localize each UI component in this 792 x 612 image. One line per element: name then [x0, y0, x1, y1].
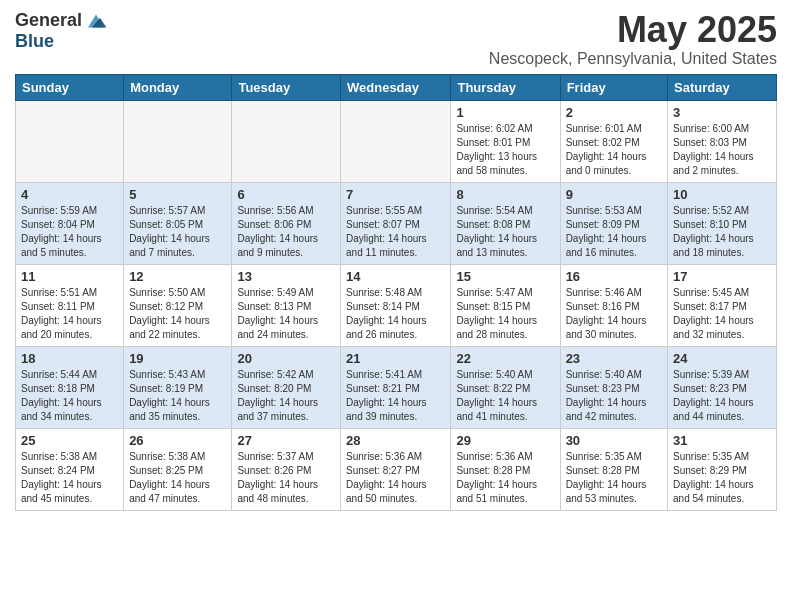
day-info: Sunrise: 5:39 AM Sunset: 8:23 PM Dayligh… — [673, 368, 771, 424]
day-number: 4 — [21, 187, 118, 202]
day-info: Sunrise: 5:35 AM Sunset: 8:28 PM Dayligh… — [566, 450, 662, 506]
day-number: 5 — [129, 187, 226, 202]
day-cell: 9Sunrise: 5:53 AM Sunset: 8:09 PM Daylig… — [560, 182, 667, 264]
day-info: Sunrise: 5:45 AM Sunset: 8:17 PM Dayligh… — [673, 286, 771, 342]
day-cell: 18Sunrise: 5:44 AM Sunset: 8:18 PM Dayli… — [16, 346, 124, 428]
day-number: 30 — [566, 433, 662, 448]
header-tuesday: Tuesday — [232, 74, 341, 100]
day-cell: 15Sunrise: 5:47 AM Sunset: 8:15 PM Dayli… — [451, 264, 560, 346]
logo-icon — [84, 11, 108, 31]
day-cell: 27Sunrise: 5:37 AM Sunset: 8:26 PM Dayli… — [232, 428, 341, 510]
day-cell: 13Sunrise: 5:49 AM Sunset: 8:13 PM Dayli… — [232, 264, 341, 346]
day-info: Sunrise: 5:55 AM Sunset: 8:07 PM Dayligh… — [346, 204, 445, 260]
day-number: 8 — [456, 187, 554, 202]
day-number: 15 — [456, 269, 554, 284]
day-cell: 24Sunrise: 5:39 AM Sunset: 8:23 PM Dayli… — [668, 346, 777, 428]
day-info: Sunrise: 5:40 AM Sunset: 8:23 PM Dayligh… — [566, 368, 662, 424]
day-info: Sunrise: 6:01 AM Sunset: 8:02 PM Dayligh… — [566, 122, 662, 178]
day-cell: 23Sunrise: 5:40 AM Sunset: 8:23 PM Dayli… — [560, 346, 667, 428]
day-info: Sunrise: 5:43 AM Sunset: 8:19 PM Dayligh… — [129, 368, 226, 424]
day-number: 11 — [21, 269, 118, 284]
day-info: Sunrise: 5:56 AM Sunset: 8:06 PM Dayligh… — [237, 204, 335, 260]
day-cell: 3Sunrise: 6:00 AM Sunset: 8:03 PM Daylig… — [668, 100, 777, 182]
day-cell — [341, 100, 451, 182]
day-number: 27 — [237, 433, 335, 448]
day-cell — [232, 100, 341, 182]
location-text: Nescopeck, Pennsylvania, United States — [489, 50, 777, 68]
day-number: 29 — [456, 433, 554, 448]
day-info: Sunrise: 5:50 AM Sunset: 8:12 PM Dayligh… — [129, 286, 226, 342]
day-cell: 7Sunrise: 5:55 AM Sunset: 8:07 PM Daylig… — [341, 182, 451, 264]
day-info: Sunrise: 5:38 AM Sunset: 8:25 PM Dayligh… — [129, 450, 226, 506]
day-cell: 16Sunrise: 5:46 AM Sunset: 8:16 PM Dayli… — [560, 264, 667, 346]
week-row-5: 25Sunrise: 5:38 AM Sunset: 8:24 PM Dayli… — [16, 428, 777, 510]
day-info: Sunrise: 5:54 AM Sunset: 8:08 PM Dayligh… — [456, 204, 554, 260]
week-row-3: 11Sunrise: 5:51 AM Sunset: 8:11 PM Dayli… — [16, 264, 777, 346]
day-number: 6 — [237, 187, 335, 202]
calendar-table: Sunday Monday Tuesday Wednesday Thursday… — [15, 74, 777, 511]
week-row-1: 1Sunrise: 6:02 AM Sunset: 8:01 PM Daylig… — [16, 100, 777, 182]
day-number: 31 — [673, 433, 771, 448]
day-number: 14 — [346, 269, 445, 284]
header-row: Sunday Monday Tuesday Wednesday Thursday… — [16, 74, 777, 100]
day-number: 7 — [346, 187, 445, 202]
day-cell: 2Sunrise: 6:01 AM Sunset: 8:02 PM Daylig… — [560, 100, 667, 182]
day-number: 3 — [673, 105, 771, 120]
day-cell: 12Sunrise: 5:50 AM Sunset: 8:12 PM Dayli… — [124, 264, 232, 346]
day-cell: 20Sunrise: 5:42 AM Sunset: 8:20 PM Dayli… — [232, 346, 341, 428]
title-section: May 2025 Nescopeck, Pennsylvania, United… — [489, 10, 777, 68]
day-number: 12 — [129, 269, 226, 284]
header-wednesday: Wednesday — [341, 74, 451, 100]
day-cell — [16, 100, 124, 182]
header-saturday: Saturday — [668, 74, 777, 100]
day-cell: 17Sunrise: 5:45 AM Sunset: 8:17 PM Dayli… — [668, 264, 777, 346]
day-info: Sunrise: 6:02 AM Sunset: 8:01 PM Dayligh… — [456, 122, 554, 178]
day-cell: 31Sunrise: 5:35 AM Sunset: 8:29 PM Dayli… — [668, 428, 777, 510]
day-cell: 29Sunrise: 5:36 AM Sunset: 8:28 PM Dayli… — [451, 428, 560, 510]
header-sunday: Sunday — [16, 74, 124, 100]
page-container: General Blue May 2025 Nescopeck, Pennsyl… — [0, 0, 792, 521]
day-info: Sunrise: 5:52 AM Sunset: 8:10 PM Dayligh… — [673, 204, 771, 260]
day-number: 2 — [566, 105, 662, 120]
day-number: 26 — [129, 433, 226, 448]
day-cell: 21Sunrise: 5:41 AM Sunset: 8:21 PM Dayli… — [341, 346, 451, 428]
day-cell — [124, 100, 232, 182]
day-cell: 4Sunrise: 5:59 AM Sunset: 8:04 PM Daylig… — [16, 182, 124, 264]
day-cell: 28Sunrise: 5:36 AM Sunset: 8:27 PM Dayli… — [341, 428, 451, 510]
day-cell: 19Sunrise: 5:43 AM Sunset: 8:19 PM Dayli… — [124, 346, 232, 428]
day-cell: 8Sunrise: 5:54 AM Sunset: 8:08 PM Daylig… — [451, 182, 560, 264]
header-monday: Monday — [124, 74, 232, 100]
day-info: Sunrise: 5:53 AM Sunset: 8:09 PM Dayligh… — [566, 204, 662, 260]
day-info: Sunrise: 5:57 AM Sunset: 8:05 PM Dayligh… — [129, 204, 226, 260]
day-number: 20 — [237, 351, 335, 366]
month-title: May 2025 — [489, 10, 777, 50]
day-cell: 14Sunrise: 5:48 AM Sunset: 8:14 PM Dayli… — [341, 264, 451, 346]
day-number: 25 — [21, 433, 118, 448]
day-number: 21 — [346, 351, 445, 366]
day-info: Sunrise: 5:44 AM Sunset: 8:18 PM Dayligh… — [21, 368, 118, 424]
day-info: Sunrise: 5:46 AM Sunset: 8:16 PM Dayligh… — [566, 286, 662, 342]
day-info: Sunrise: 5:35 AM Sunset: 8:29 PM Dayligh… — [673, 450, 771, 506]
day-cell: 25Sunrise: 5:38 AM Sunset: 8:24 PM Dayli… — [16, 428, 124, 510]
day-number: 19 — [129, 351, 226, 366]
day-number: 13 — [237, 269, 335, 284]
day-cell: 11Sunrise: 5:51 AM Sunset: 8:11 PM Dayli… — [16, 264, 124, 346]
day-info: Sunrise: 5:40 AM Sunset: 8:22 PM Dayligh… — [456, 368, 554, 424]
day-cell: 5Sunrise: 5:57 AM Sunset: 8:05 PM Daylig… — [124, 182, 232, 264]
day-info: Sunrise: 5:36 AM Sunset: 8:28 PM Dayligh… — [456, 450, 554, 506]
day-cell: 1Sunrise: 6:02 AM Sunset: 8:01 PM Daylig… — [451, 100, 560, 182]
day-info: Sunrise: 5:36 AM Sunset: 8:27 PM Dayligh… — [346, 450, 445, 506]
header-thursday: Thursday — [451, 74, 560, 100]
week-row-4: 18Sunrise: 5:44 AM Sunset: 8:18 PM Dayli… — [16, 346, 777, 428]
day-cell: 22Sunrise: 5:40 AM Sunset: 8:22 PM Dayli… — [451, 346, 560, 428]
day-number: 28 — [346, 433, 445, 448]
day-number: 24 — [673, 351, 771, 366]
day-info: Sunrise: 5:41 AM Sunset: 8:21 PM Dayligh… — [346, 368, 445, 424]
day-number: 10 — [673, 187, 771, 202]
day-number: 23 — [566, 351, 662, 366]
day-info: Sunrise: 5:59 AM Sunset: 8:04 PM Dayligh… — [21, 204, 118, 260]
day-cell: 6Sunrise: 5:56 AM Sunset: 8:06 PM Daylig… — [232, 182, 341, 264]
day-info: Sunrise: 5:49 AM Sunset: 8:13 PM Dayligh… — [237, 286, 335, 342]
day-info: Sunrise: 5:47 AM Sunset: 8:15 PM Dayligh… — [456, 286, 554, 342]
day-info: Sunrise: 5:51 AM Sunset: 8:11 PM Dayligh… — [21, 286, 118, 342]
